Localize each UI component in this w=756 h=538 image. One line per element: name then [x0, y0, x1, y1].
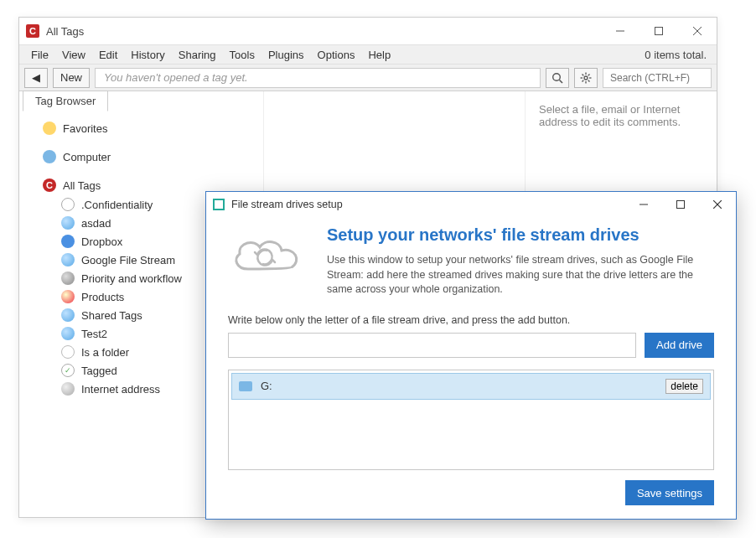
- tag-icon: [61, 290, 75, 303]
- menu-view[interactable]: View: [55, 47, 92, 63]
- new-button[interactable]: New: [53, 68, 90, 88]
- dialog-window-controls: [625, 193, 736, 216]
- minimize-button[interactable]: [601, 18, 639, 44]
- svg-line-14: [583, 80, 584, 81]
- svg-line-13: [588, 74, 590, 75]
- tag-label: Dropbox: [81, 235, 122, 248]
- dialog-body: Setup your networks' file stream drives …: [206, 217, 736, 519]
- dialog-maximize-button[interactable]: [662, 193, 699, 216]
- dialog-minimize-button[interactable]: [625, 193, 662, 216]
- tag-icon: [61, 382, 75, 396]
- search-input[interactable]: [603, 68, 712, 88]
- svg-line-12: [588, 80, 590, 81]
- cloud-sync-icon: [228, 230, 308, 283]
- tag-icon: [61, 345, 75, 359]
- status-text: 0 items total.: [645, 49, 712, 61]
- drive-letter-input[interactable]: [228, 333, 636, 358]
- tree-label: All Tags: [63, 179, 101, 192]
- tag-icon: [61, 235, 75, 248]
- tree-computer[interactable]: Computer: [19, 147, 263, 167]
- menu-plugins[interactable]: Plugins: [261, 47, 311, 63]
- dialog-titlebar: File stream drives setup: [206, 192, 736, 217]
- tag-label: Products: [81, 291, 124, 303]
- dialog-description: Use this window to setup your networks' …: [327, 253, 714, 297]
- alltags-icon: C: [43, 178, 56, 192]
- favorites-icon: [43, 122, 56, 135]
- tag-label: Test2: [81, 328, 107, 340]
- settings-icon-button[interactable]: [574, 68, 598, 88]
- tag-label: Priority and workflow: [81, 272, 182, 285]
- gear-icon: [580, 72, 592, 84]
- menu-tools[interactable]: Tools: [223, 47, 261, 63]
- tag-icon: [61, 253, 75, 266]
- drive-label: G:: [261, 380, 665, 392]
- tag-icon: [61, 272, 75, 285]
- tree-label: Computer: [63, 151, 111, 163]
- computer-icon: [43, 150, 56, 163]
- tag-label: Google File Stream: [81, 254, 175, 266]
- back-button[interactable]: ◀: [24, 68, 48, 88]
- menu-options[interactable]: Options: [311, 47, 362, 63]
- tag-icon: [61, 308, 75, 322]
- menu-edit[interactable]: Edit: [92, 47, 124, 63]
- address-bar[interactable]: You haven't opened a tag yet.: [95, 68, 541, 88]
- svg-line-5: [560, 80, 563, 83]
- tag-icon: [61, 327, 75, 340]
- svg-rect-1: [655, 28, 663, 35]
- tag-label: Is a folder: [81, 346, 129, 359]
- search-icon: [551, 72, 563, 84]
- add-drive-button[interactable]: Add drive: [645, 333, 714, 358]
- drive-row[interactable]: G: delete: [231, 373, 711, 400]
- svg-point-4: [553, 73, 561, 80]
- menu-file[interactable]: File: [24, 47, 55, 63]
- close-button[interactable]: [678, 18, 717, 44]
- tag-icon: [61, 364, 75, 377]
- search-icon-button[interactable]: [546, 68, 569, 88]
- svg-rect-16: [677, 201, 685, 209]
- window-controls: [601, 18, 717, 44]
- tag-label: .Confidentiality: [81, 199, 153, 211]
- save-settings-button[interactable]: Save settings: [625, 480, 714, 505]
- menu-sharing[interactable]: Sharing: [172, 47, 223, 63]
- drive-input-label: Write below only the letter of a file st…: [228, 314, 714, 326]
- tag-label: Tagged: [81, 365, 117, 377]
- dialog-heading: Setup your networks' file stream drives: [327, 225, 714, 245]
- tag-label: Shared Tags: [81, 309, 142, 322]
- maximize-button[interactable]: [639, 18, 678, 44]
- dialog-close-button[interactable]: [699, 193, 736, 216]
- svg-point-6: [584, 76, 588, 80]
- tree-label: Favorites: [63, 122, 107, 135]
- toolbar: ◀ New You haven't opened a tag yet.: [19, 65, 717, 91]
- tag-label: Internet address: [81, 383, 160, 396]
- main-titlebar: C All Tags: [19, 18, 717, 44]
- tag-label: asdad: [81, 217, 111, 230]
- details-hint: Select a file, email or Internet address…: [539, 103, 703, 128]
- tag-icon: [61, 216, 75, 230]
- drive-icon: [239, 381, 252, 391]
- tag-icon: [61, 198, 75, 211]
- window-title: All Tags: [46, 25, 601, 38]
- drive-list: G: delete: [228, 370, 714, 471]
- tab-tag-browser[interactable]: Tag Browser: [23, 91, 108, 111]
- dialog-title: File stream drives setup: [231, 199, 625, 210]
- tree-favorites[interactable]: Favorites: [19, 118, 263, 138]
- svg-line-11: [583, 74, 584, 75]
- menu-history[interactable]: History: [124, 47, 171, 63]
- app-icon: C: [26, 24, 39, 38]
- delete-drive-button[interactable]: delete: [665, 379, 703, 394]
- menubar: File View Edit History Sharing Tools Plu…: [19, 44, 717, 65]
- dialog-icon: [213, 199, 225, 210]
- file-stream-dialog: File stream drives setup: [205, 191, 737, 520]
- menu-help[interactable]: Help: [361, 47, 397, 63]
